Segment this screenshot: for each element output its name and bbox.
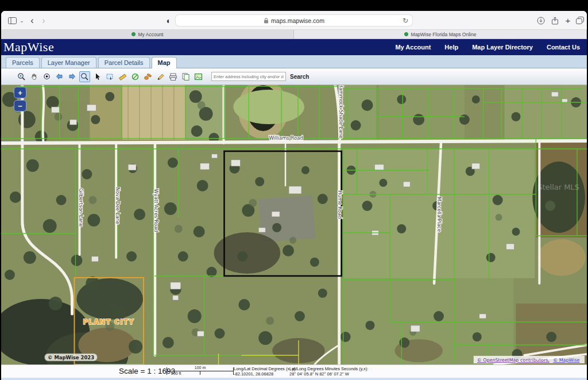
label-hume-road: Hume Road (337, 190, 343, 218)
decimal-coordinates-value: -82.10201, 28.06828 (234, 371, 297, 377)
mapwise-attribution-link[interactable]: © MapWise (553, 358, 579, 363)
label-hammock-shade-lane: Hammock Shade Lane (338, 85, 344, 139)
downloads-icon[interactable] (536, 11, 546, 30)
browser-window: ⌄ ‹ › ◐ maps.mapwise.com ↻ + My Account (1, 11, 587, 380)
next-extent-icon[interactable] (67, 71, 78, 82)
label-nova-dee-lane: Nova Dee Lane (115, 187, 121, 225)
sidebar-icon[interactable] (6, 11, 18, 30)
nav-contact-us[interactable]: Contact Us (547, 44, 580, 51)
chevron-down-icon[interactable]: ⌄ (18, 11, 25, 30)
tab-favicon (131, 32, 136, 36)
scale-bar: 100 m 200 ft (167, 367, 234, 375)
export-image-icon[interactable] (193, 71, 204, 82)
label-wyatt-acres-road: Wyatt Acres Road (153, 189, 159, 232)
scale-bar-metric: 100 m (167, 366, 234, 370)
decimal-coordinates-label: Long/Lat Decimal Degrees (x, y): (234, 366, 297, 371)
forward-button[interactable]: › (39, 11, 48, 30)
site-header: MapWise My Account Help Map Layer Direct… (1, 39, 587, 55)
dms-coordinates: Lat/Long Degrees Minutes Seconds (y,x): … (289, 366, 368, 377)
label-marcella-place: Marcella Place (436, 197, 442, 232)
copy-icon[interactable] (180, 71, 191, 82)
share-icon[interactable] (550, 11, 559, 30)
zoom-full-extent-icon[interactable] (41, 71, 52, 82)
back-button[interactable]: ‹ (28, 11, 37, 30)
tab-map[interactable]: Map (152, 57, 177, 68)
tab-overview-icon[interactable] (575, 11, 585, 30)
dms-coordinates-value: 28° 04' 05.8" N 82° 06' 07.2" W (289, 371, 368, 377)
tab-layer-manager[interactable]: Layer Manager (41, 57, 96, 68)
browser-tab-strip: My Account MapWise Florida Maps Online (1, 30, 587, 39)
map-zoom-control: + − (14, 87, 26, 112)
browser-tab-mapwise[interactable]: MapWise Florida Maps Online (294, 30, 587, 39)
label-williams-road: Williams Road (269, 135, 303, 141)
page-bottom-strip (1, 378, 587, 380)
osm-attribution-link[interactable]: © OpenStreetMap contributors, (477, 358, 550, 363)
reload-icon[interactable]: ↻ (403, 17, 408, 25)
pan-icon[interactable] (29, 71, 40, 82)
url-text: maps.mapwise.com (271, 17, 324, 24)
dms-coordinates-label: Lat/Long Degrees Minutes Seconds (y,x): (289, 366, 368, 371)
browser-tab-my-account[interactable]: My Account (1, 30, 294, 39)
draw-icon[interactable] (155, 71, 166, 82)
decimal-coordinates: Long/Lat Decimal Degrees (x, y): -82.102… (234, 366, 297, 377)
tab-favicon (404, 32, 408, 36)
select-box-icon[interactable] (105, 71, 115, 82)
browser-tab-label: MapWise Florida Maps Online (411, 32, 477, 37)
map-toolbar: Search (1, 68, 587, 85)
browser-toolbar: ⌄ ‹ › ◐ maps.mapwise.com ↻ + (1, 11, 587, 30)
label-gilbertson-lane: Gilbertson Lane (78, 189, 84, 227)
tab-parcel-details[interactable]: Parcel Details (98, 57, 150, 68)
zoom-box-icon[interactable] (79, 71, 90, 82)
scale-bar-imperial: 200 ft (171, 371, 181, 375)
search-button[interactable]: Search (290, 74, 309, 80)
privacy-shield-icon[interactable]: ◐ (164, 11, 173, 30)
tab-parcels[interactable]: Parcels (6, 57, 40, 68)
new-tab-icon[interactable]: + (563, 11, 572, 30)
svg-text:© MapWise 2023: © MapWise 2023 (48, 355, 94, 360)
site-nav: My Account Help Map Layer Directory Cont… (395, 44, 580, 51)
lock-icon (264, 18, 269, 24)
browser-tab-label: My Account (138, 32, 164, 37)
address-search: Search (211, 72, 309, 81)
nav-my-account[interactable]: My Account (395, 44, 431, 51)
zoom-in-button[interactable]: + (14, 87, 26, 98)
app-tab-bar: Parcels Layer Manager Parcel Details Map (1, 55, 587, 68)
map-viewport[interactable]: Williams Road Hammock Shade Lane Gilbert… (1, 85, 587, 364)
previous-extent-icon[interactable] (54, 71, 65, 82)
nav-help[interactable]: Help (444, 44, 458, 51)
url-bar[interactable]: maps.mapwise.com ↻ (175, 14, 413, 26)
zoom-out-button[interactable]: − (14, 100, 26, 112)
clear-selection-icon[interactable] (130, 71, 141, 82)
select-pointer-icon[interactable] (92, 71, 103, 82)
macos-menu-bar (0, 0, 588, 11)
identify-icon[interactable] (142, 71, 153, 82)
map-copyright-badge: © MapWise 2023 (45, 354, 98, 361)
nav-map-layer-directory[interactable]: Map Layer Directory (472, 44, 533, 51)
map-status-bar: Scale = 1 : 1693 100 m 200 ft Long/Lat D… (1, 364, 587, 378)
label-plant-city: PLANT CITY (83, 318, 134, 326)
print-icon[interactable] (168, 71, 179, 82)
mapwise-logo[interactable]: MapWise (3, 40, 54, 55)
map-attribution: © OpenStreetMap contributors, © MapWise (474, 356, 585, 363)
stellar-mls-watermark: Stellar MLS (537, 183, 579, 191)
road-northwest (43, 85, 44, 143)
road-williams (1, 141, 587, 143)
zoom-in-icon[interactable] (16, 71, 27, 82)
address-search-input[interactable] (211, 72, 286, 81)
measure-icon[interactable] (117, 71, 128, 82)
aerial-map: Williams Road Hammock Shade Lane Gilbert… (1, 85, 587, 364)
